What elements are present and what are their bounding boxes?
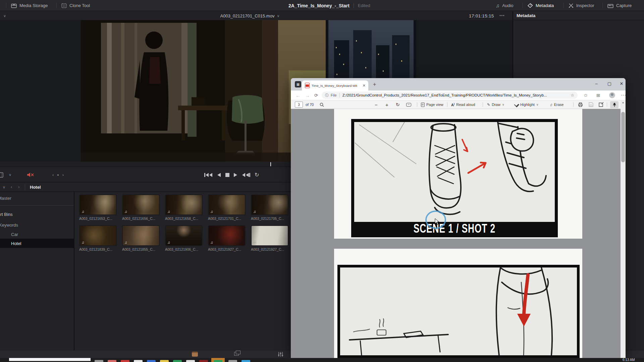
taskbar-icon[interactable] (241, 360, 250, 362)
info-icon[interactable]: ⓘ (325, 93, 329, 98)
clip-item[interactable]: ♫ A003_02121701_C... (208, 194, 246, 221)
workspaces-icon[interactable]: ▦ (295, 81, 301, 87)
draw-button[interactable]: ✎ Draw ∨ (487, 100, 504, 109)
clip-thumbnail: ♫ (208, 225, 246, 246)
clone-tool-button[interactable]: Clone Tool (61, 0, 90, 11)
chevron-down-icon[interactable]: ∨ (536, 103, 539, 106)
active-tab[interactable]: Time_Is_Money_Storyboard-Wit ✕ (302, 80, 368, 90)
clip-item[interactable]: ♫ A003_02121855_C... (122, 225, 160, 251)
scroll-up-arrow[interactable]: ▲ (621, 101, 626, 104)
collections-icon[interactable]: ⊞ (596, 90, 600, 100)
clip-item[interactable]: ♫ A003_02121656_C... (122, 194, 160, 221)
stop-button[interactable] (225, 173, 229, 177)
viewer-options-menu[interactable]: ••• (499, 11, 505, 20)
clip-display-mode[interactable]: ∨ (0, 167, 11, 182)
media-storage-button[interactable]: Media Storage (11, 0, 48, 11)
audio-panel-button[interactable]: ♫ Audio (496, 0, 514, 11)
chevron-down-icon[interactable]: ∨ (3, 14, 6, 18)
clip-item[interactable]: ♫ A003_02121653_C... (79, 194, 117, 221)
save-as-icon[interactable] (599, 102, 604, 107)
clip-item[interactable]: ♫ A003_02121927_C... (251, 225, 288, 251)
chevron-down-icon[interactable]: ∨ (3, 185, 5, 189)
taskbar-icon[interactable] (147, 360, 156, 362)
read-aloud-button[interactable]: A) Read aloud (451, 100, 475, 109)
search-icon[interactable] (320, 103, 324, 107)
taskbar-icon[interactable] (173, 360, 182, 362)
page-number-input[interactable]: 3 (295, 102, 303, 108)
inspector-panel-button[interactable]: Inspector (569, 0, 594, 11)
new-tab-button[interactable]: + (373, 81, 376, 87)
capture-panel-button[interactable]: Capture (607, 0, 632, 11)
zoom-out-button[interactable]: − (375, 100, 378, 109)
divider (0, 205, 74, 205)
window-minimize-button[interactable]: – (590, 78, 603, 89)
clip-item[interactable]: ♫ A003_02121839_C... (79, 225, 117, 251)
save-icon[interactable] (589, 102, 593, 107)
pin-toolbar-button[interactable] (610, 101, 619, 108)
play-button[interactable] (233, 173, 238, 177)
metadata-panel-button[interactable]: Metadata (527, 0, 554, 11)
taskbar-app-button[interactable] (9, 358, 91, 361)
chevron-down-icon[interactable]: ∨ (502, 103, 504, 106)
window-maximize-button[interactable]: ▢ (603, 78, 616, 89)
last-frame-button[interactable] (242, 173, 251, 177)
forward-button[interactable]: → (305, 90, 310, 100)
taskbar-icon[interactable] (95, 360, 103, 362)
eraser-icon: ▱ (549, 102, 553, 107)
favorite-star-icon[interactable]: ☆ (571, 93, 574, 98)
back-button[interactable]: ‹ (11, 184, 12, 189)
storyboard-sketch-boots (354, 122, 555, 222)
media-page-icon[interactable] (192, 352, 198, 357)
taskbar-icon[interactable] (160, 360, 169, 362)
scrollbar-thumb[interactable] (621, 112, 625, 162)
page-view-button[interactable]: Page view (421, 100, 443, 109)
sidebar-item-hotel-selected[interactable]: Hotel (0, 239, 74, 248)
clip-item[interactable]: ♫ A003_02121705_C... (251, 194, 288, 221)
clip-item[interactable]: ♫ A003_02121906_C... (165, 225, 203, 251)
rotate-icon[interactable]: ↻ (396, 100, 400, 109)
marker-dot-icon[interactable]: ● (57, 173, 59, 177)
taskbar-icon[interactable] (186, 360, 195, 362)
pdf-scrollbar[interactable]: ▲ (621, 100, 626, 358)
taskbar-icon[interactable] (108, 360, 116, 362)
profile-avatar[interactable] (609, 92, 615, 98)
previous-marker-button[interactable]: ‹ (52, 172, 54, 177)
current-bin-title: Hotel (30, 183, 41, 192)
highlight-button[interactable]: Highlight ∨ (515, 100, 538, 109)
taskbar-icon[interactable] (134, 360, 143, 362)
back-button[interactable]: ← (296, 90, 301, 100)
sidebar-item-master[interactable]: Master (0, 194, 74, 202)
zoom-in-button[interactable]: + (385, 100, 388, 109)
clone-tool-label: Clone Tool (69, 3, 90, 8)
refresh-button[interactable]: ⟳ (314, 90, 318, 100)
sidebar-item-smart-bins[interactable]: Smart Bins (0, 210, 74, 219)
loop-button[interactable]: ↻ (255, 172, 259, 178)
sidebar-item-car[interactable]: Car (0, 230, 74, 239)
play-reverse-button[interactable] (217, 173, 221, 177)
window-close-button[interactable]: ✕ (615, 78, 628, 89)
dual-screen-icon[interactable] (234, 352, 239, 356)
forward-button[interactable]: › (18, 184, 19, 189)
clip-item[interactable]: ♫ A003_02121658_C... (165, 194, 203, 221)
address-bar[interactable]: ⓘ File Z:/2021/GroundControl_Products_20… (322, 92, 578, 99)
taskbar-icon[interactable] (199, 360, 208, 362)
playhead-marker[interactable] (270, 162, 271, 166)
tab-close-icon[interactable]: ✕ (363, 83, 366, 88)
fit-to-width-icon[interactable] (406, 100, 411, 109)
favorites-icon[interactable]: ✩ (584, 90, 588, 100)
pdf-viewport[interactable]: SCENE 1 / SHOT 2 (291, 109, 621, 358)
mute-audio-button[interactable] (27, 167, 34, 182)
next-marker-button[interactable]: › (62, 172, 64, 177)
taskbar-icon[interactable] (228, 360, 237, 362)
first-frame-button[interactable] (204, 173, 213, 177)
taskbar-icon[interactable] (214, 360, 222, 362)
sidebar-item-keywords[interactable]: Keywords (0, 221, 74, 229)
viewer-clip-selector[interactable]: A003_02121701_C015.mov ∨ (201, 11, 299, 20)
settings-menu-icon[interactable]: ⋯ (621, 90, 626, 100)
print-icon[interactable] (578, 102, 583, 107)
project-settings-icon[interactable] (278, 352, 283, 357)
taskbar-icon[interactable] (121, 360, 129, 362)
page-view-label: Page view (426, 103, 443, 107)
erase-button[interactable]: ▱ Erase (550, 100, 564, 109)
clip-item[interactable]: ♫ A003_02121927_C... (208, 225, 246, 251)
